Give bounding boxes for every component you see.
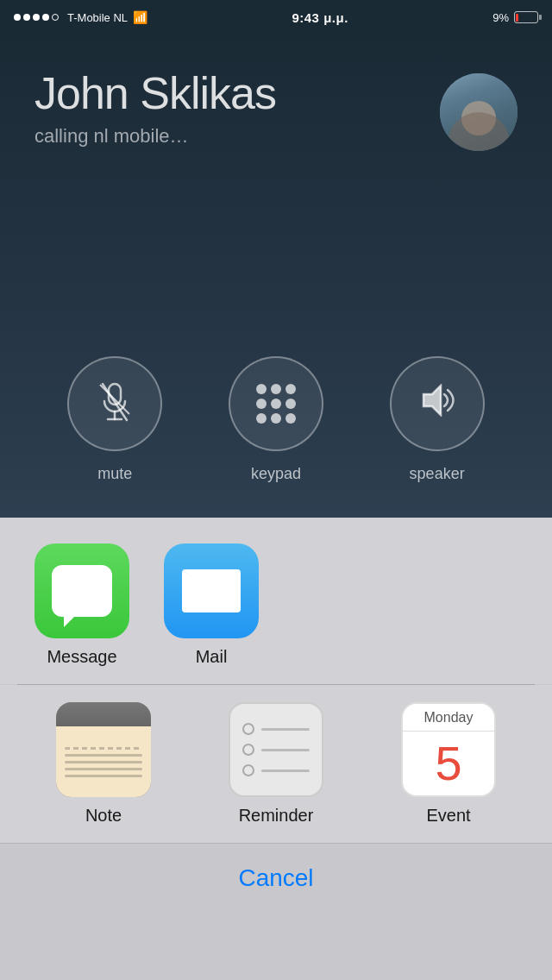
note-app-label: Note (85, 806, 122, 826)
cancel-area: Cancel (0, 843, 552, 912)
battery-fill (516, 14, 518, 22)
svg-rect-0 (109, 384, 121, 405)
note-app-item[interactable]: Note (56, 702, 151, 826)
message-app-item[interactable]: Message (34, 543, 129, 667)
event-app-label: Event (426, 806, 470, 826)
mail-app-item[interactable]: Mail (164, 543, 259, 667)
mute-button[interactable]: mute (67, 356, 162, 483)
reminder-app-icon[interactable] (229, 702, 323, 797)
top-apps-section: Message Mail (0, 518, 552, 684)
speaker-button[interactable]: speaker (390, 356, 485, 483)
avatar-image (440, 73, 518, 151)
status-right: 9% (492, 11, 538, 24)
mail-app-label: Mail (196, 647, 228, 667)
calendar-day-label: Monday (403, 704, 494, 732)
reminder-row-3 (242, 764, 310, 776)
message-app-label: Message (47, 647, 116, 667)
signal-dot-5 (52, 14, 59, 21)
speaker-circle[interactable] (390, 356, 485, 451)
calendar-app-icon[interactable]: Monday 5 (401, 702, 496, 797)
message-app-icon[interactable] (34, 543, 129, 638)
svg-marker-4 (423, 386, 441, 415)
keypad-button[interactable]: keypad (229, 356, 323, 483)
bottom-apps-row: Note Reminder (26, 702, 526, 826)
note-top (56, 702, 151, 726)
signal-dot-2 (23, 14, 30, 21)
reminder-row-2 (242, 744, 310, 756)
battery-outline (514, 11, 538, 23)
carrier-label: T-Mobile NL (67, 11, 128, 24)
note-app-icon[interactable] (56, 702, 151, 797)
signal-dots (14, 14, 59, 21)
speaker-label: speaker (410, 465, 465, 483)
top-apps-row: Message Mail (34, 543, 518, 667)
caller-status: calling nl mobile… (34, 125, 440, 148)
caller-text: John Sklikas calling nl mobile… (34, 69, 440, 148)
signal-dot-1 (14, 14, 21, 21)
avatar (440, 73, 518, 151)
status-time: 9:43 μ.μ. (292, 10, 348, 25)
reminder-row-1 (242, 723, 310, 735)
mute-circle[interactable] (67, 356, 162, 451)
mute-icon (99, 382, 130, 425)
keypad-label: keypad (251, 465, 301, 483)
event-app-item[interactable]: Monday 5 Event (401, 702, 496, 826)
note-lines (56, 726, 151, 797)
call-controls: mute keypad (34, 305, 518, 483)
reminder-app-item[interactable]: Reminder (229, 702, 323, 826)
calendar-body: 5 (403, 732, 494, 795)
status-bar: T-Mobile NL 📶 9:43 μ.μ. 9% (0, 0, 552, 35)
status-left: T-Mobile NL 📶 (14, 10, 147, 24)
mail-app-icon[interactable] (164, 543, 259, 638)
mail-envelope-icon (182, 569, 241, 612)
call-screen: John Sklikas calling nl mobile… (0, 35, 552, 518)
keypad-icon (256, 384, 296, 424)
caller-name: John Sklikas (34, 69, 440, 118)
battery-percent: 9% (492, 11, 509, 24)
signal-dot-4 (42, 14, 49, 21)
caller-info: John Sklikas calling nl mobile… (34, 69, 518, 151)
message-bubble-icon (52, 565, 112, 617)
speaker-icon (418, 384, 456, 424)
cancel-button[interactable]: Cancel (238, 864, 313, 892)
signal-dot-3 (33, 14, 40, 21)
bottom-apps-section: Note Reminder (0, 685, 552, 843)
keypad-circle[interactable] (229, 356, 323, 451)
wifi-icon: 📶 (133, 10, 147, 24)
mute-label: mute (97, 465, 132, 483)
reminder-app-label: Reminder (239, 806, 314, 826)
battery-indicator (514, 11, 538, 23)
calendar-date-number: 5 (435, 739, 461, 788)
